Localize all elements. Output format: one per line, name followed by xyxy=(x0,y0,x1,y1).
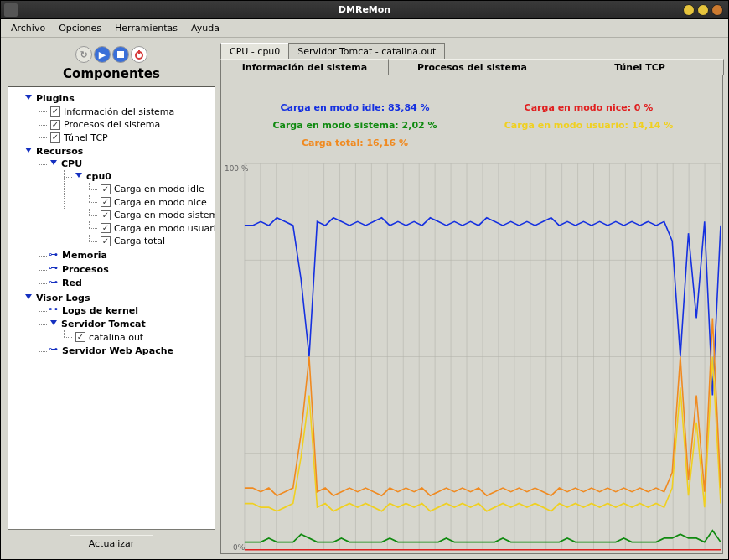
legend-idle: Carga en modo idle: 83,84 % xyxy=(238,99,472,117)
app-icon xyxy=(4,3,18,17)
close-button[interactable] xyxy=(711,4,723,16)
play-icon[interactable]: ▶ xyxy=(94,46,111,63)
collapsed-icon[interactable] xyxy=(50,279,59,288)
update-button[interactable]: Actualizar xyxy=(70,535,154,552)
checkbox[interactable] xyxy=(101,197,111,207)
tree-item[interactable]: Carga en modo nice xyxy=(114,197,207,208)
expand-icon[interactable] xyxy=(25,95,33,102)
checkbox[interactable] xyxy=(50,106,60,117)
stop-icon[interactable] xyxy=(112,46,129,63)
tree-item[interactable]: Carga en modo sistema xyxy=(114,210,215,220)
sidebar-title: Componentes xyxy=(8,65,215,86)
tab-info-sistema[interactable]: Información del sistema xyxy=(220,59,389,75)
menu-herramientas[interactable]: Herramientas xyxy=(110,21,183,35)
svg-rect-0 xyxy=(117,51,124,58)
legend-nice: Carga en modo nice: 0 % xyxy=(472,99,706,117)
tree-item[interactable]: Carga en modo usuario xyxy=(114,223,215,234)
tree-apache[interactable]: Servidor Web Apache xyxy=(62,345,173,356)
legend-total: Carga total: 16,16 % xyxy=(238,134,472,152)
cpu-chart: 100 %0% xyxy=(221,160,722,553)
tree-item[interactable]: Procesos del sistema xyxy=(64,119,160,130)
tree-tomcat[interactable]: Servidor Tomcat xyxy=(61,319,146,329)
power-icon[interactable] xyxy=(131,46,147,63)
window-title: DMReMon xyxy=(339,4,390,15)
tree-recursos[interactable]: Recursos xyxy=(36,146,83,157)
svg-text:100 %: 100 % xyxy=(225,163,249,172)
tree-kernel[interactable]: Logs de kernel xyxy=(62,305,138,316)
expand-icon[interactable] xyxy=(25,148,33,155)
expand-icon[interactable] xyxy=(25,294,33,302)
expand-icon[interactable] xyxy=(75,173,83,180)
collapsed-icon[interactable] xyxy=(50,265,59,273)
collapsed-icon[interactable] xyxy=(50,251,59,260)
tree-item[interactable]: Información del sistema xyxy=(64,106,174,117)
tree-item[interactable]: Túnel TCP xyxy=(64,132,108,143)
tree-visorlogs[interactable]: Visor Logs xyxy=(36,293,90,303)
tab-tomcat-log[interactable]: Servidor Tomcat - catalina.out xyxy=(288,43,445,60)
collapsed-icon[interactable] xyxy=(50,346,59,355)
tree-cpu0[interactable]: cpu0 xyxy=(86,171,111,182)
legend-usuario: Carga en modo usuario: 14,14 % xyxy=(472,117,706,134)
expand-icon[interactable] xyxy=(50,160,58,168)
legend-sistema: Carga en modo sistema: 2,02 % xyxy=(238,117,472,134)
tab-cpu-cpu0[interactable]: CPU - cpu0 xyxy=(220,43,289,60)
checkbox[interactable] xyxy=(75,332,85,342)
chart-panel: Carga en modo idle: 83,84 % Carga en mod… xyxy=(220,75,723,554)
checkbox[interactable] xyxy=(101,236,111,246)
secondary-tabs: Información del sistema Procesos del sis… xyxy=(220,59,723,75)
refresh-icon[interactable]: ↻ xyxy=(75,46,92,63)
maximize-button[interactable] xyxy=(697,4,709,16)
tab-tunel-tcp[interactable]: Túnel TCP xyxy=(556,59,724,75)
checkbox[interactable] xyxy=(50,120,60,130)
svg-text:0%: 0% xyxy=(233,542,245,551)
primary-tabs: CPU - cpu0 Servidor Tomcat - catalina.ou… xyxy=(220,43,723,60)
toolbar: ↻ ▶ xyxy=(8,43,215,65)
tab-procesos-sistema[interactable]: Procesos del sistema xyxy=(388,59,556,75)
tree-procesos[interactable]: Procesos xyxy=(62,264,109,275)
checkbox[interactable] xyxy=(101,223,111,233)
component-tree[interactable]: Plugins Información del sistema Procesos… xyxy=(12,92,211,359)
tree-item[interactable]: catalina.out xyxy=(89,332,143,343)
tree-item[interactable]: Carga total xyxy=(114,236,165,246)
menu-ayuda[interactable]: Ayuda xyxy=(186,21,225,35)
tree-plugins[interactable]: Plugins xyxy=(36,93,75,104)
checkbox[interactable] xyxy=(50,132,60,143)
tree-item[interactable]: Carga en modo idle xyxy=(114,184,204,194)
expand-icon[interactable] xyxy=(50,320,58,328)
titlebar: DMReMon xyxy=(1,1,728,19)
menubar: Archivo Opciones Herramientas Ayuda xyxy=(1,19,728,38)
tree-cpu[interactable]: CPU xyxy=(61,158,82,169)
tree-red[interactable]: Red xyxy=(62,277,82,288)
checkbox[interactable] xyxy=(101,210,111,220)
chart-legend: Carga en modo idle: 83,84 % Carga en mod… xyxy=(221,75,722,160)
checkbox[interactable] xyxy=(101,184,111,194)
tree-memoria[interactable]: Memoria xyxy=(62,250,107,261)
menu-archivo[interactable]: Archivo xyxy=(6,21,50,35)
minimize-button[interactable] xyxy=(683,4,695,16)
collapsed-icon[interactable] xyxy=(50,306,59,314)
menu-opciones[interactable]: Opciones xyxy=(54,21,106,35)
